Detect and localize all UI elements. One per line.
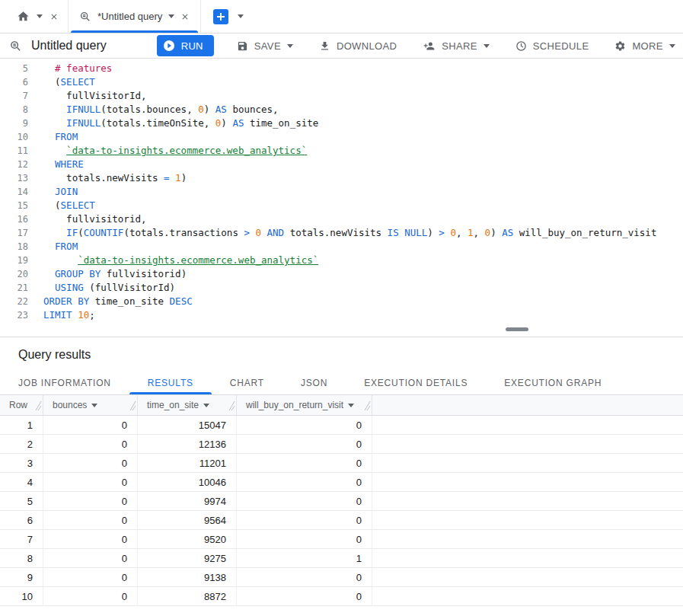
line-number: 21: [0, 281, 35, 295]
code-text: IFNULL(totals.timeOnSite, 0) AS time_on_…: [35, 116, 318, 130]
download-icon: [319, 40, 330, 52]
column-resize-handle[interactable]: [364, 401, 371, 411]
code-text: (SELECT: [35, 75, 95, 89]
line-number: 12: [0, 158, 35, 171]
table-reference-link[interactable]: `data-to-insights.ecommerce.web_analytic…: [66, 145, 307, 156]
line-number: 19: [0, 254, 35, 267]
close-icon[interactable]: [49, 12, 59, 21]
line-number: 6: [0, 75, 35, 89]
run-button[interactable]: RUN: [157, 35, 214, 56]
line-number: 14: [0, 185, 35, 199]
results-tab-execution-graph[interactable]: EXECUTION GRAPH: [486, 371, 620, 394]
sort-menu-icon[interactable]: [348, 404, 354, 407]
line-number: 9: [0, 116, 35, 130]
row-number-cell: 4: [0, 473, 43, 491]
results-tab-job-information[interactable]: JOB INFORMATION: [0, 371, 129, 394]
chevron-down-icon[interactable]: [238, 14, 244, 18]
table-row: 20121360: [0, 435, 683, 454]
line-number: 13: [0, 171, 35, 185]
code-text: `data-to-insights.ecommerce.web_analytic…: [35, 144, 307, 158]
query-toolbar: Untitled query RUN SAVE DOWNLOAD SHARE: [0, 34, 683, 59]
column-resize-handle[interactable]: [129, 401, 136, 411]
code-line: 8 IFNULL(totals.bounces, 0) AS bounces,: [0, 103, 683, 116]
table-row: 30112010: [0, 454, 683, 473]
value-cell: 0: [43, 454, 138, 472]
value-cell: 0: [43, 511, 138, 529]
panel-divider: [0, 322, 683, 337]
code-text: totals.newVisits = 1): [35, 171, 187, 185]
button-label: RUN: [181, 40, 203, 52]
results-tab-json[interactable]: JSON: [282, 371, 346, 394]
column-resize-handle[interactable]: [35, 401, 42, 411]
add-tab-button[interactable]: [213, 9, 228, 24]
tab-label: *Untitled query: [97, 11, 162, 22]
column-header-bounces[interactable]: bounces: [43, 395, 138, 415]
line-number: 15: [0, 199, 35, 212]
column-header-row[interactable]: Row: [0, 395, 43, 415]
value-cell: 11201: [138, 454, 237, 472]
row-number-cell: 2: [0, 435, 43, 453]
download-button[interactable]: DOWNLOAD: [316, 35, 400, 56]
code-line: 9 IFNULL(totals.timeOnSite, 0) AS time_o…: [0, 116, 683, 130]
results-tab-execution-details[interactable]: EXECUTION DETAILS: [346, 371, 486, 394]
table-row: 10088720: [0, 587, 683, 606]
results-tab-results[interactable]: RESULTS: [129, 371, 212, 394]
sort-menu-icon[interactable]: [91, 404, 97, 407]
home-tab[interactable]: [8, 0, 68, 33]
more-button[interactable]: MORE: [611, 35, 678, 56]
code-text: fullVisitorId,: [35, 89, 146, 103]
value-cell: 0: [43, 587, 138, 605]
code-text: `data-to-insights.ecommerce.web_analytic…: [35, 254, 318, 267]
column-header-time_on_site[interactable]: time_on_site: [138, 395, 237, 415]
sort-menu-icon[interactable]: [203, 404, 209, 407]
resize-handle[interactable]: [506, 327, 528, 331]
line-number: 22: [0, 295, 35, 308]
clock-icon: [515, 40, 527, 52]
chevron-down-icon[interactable]: [37, 14, 43, 18]
column-resize-handle[interactable]: [228, 401, 235, 411]
table-reference-link[interactable]: `data-to-insights.ecommerce.web_analytic…: [78, 254, 318, 266]
value-cell: 0: [43, 416, 138, 434]
line-number: 10: [0, 130, 35, 144]
value-cell: 0: [43, 473, 138, 491]
value-cell: 9564: [138, 511, 237, 529]
share-button[interactable]: SHARE: [420, 35, 493, 56]
person-add-icon: [423, 40, 436, 52]
value-cell: 0: [237, 473, 372, 491]
save-icon: [237, 40, 248, 52]
column-label: will_buy_on_return_visit: [246, 400, 343, 410]
home-icon: [17, 10, 30, 23]
table-row: 5099740: [0, 492, 683, 511]
code-line: 21 USING (fullVisitorId): [0, 281, 683, 295]
value-cell: 0: [237, 511, 372, 529]
results-tabs: JOB INFORMATIONRESULTSCHARTJSONEXECUTION…: [0, 371, 683, 395]
table-row: 6095640: [0, 511, 683, 530]
sql-editor[interactable]: 5 # features6 (SELECT7 fullVisitorId,8 I…: [0, 59, 683, 322]
results-tab-chart[interactable]: CHART: [212, 371, 282, 394]
value-cell: 15047: [138, 416, 237, 434]
table-row: 10150470: [0, 416, 683, 435]
value-cell: 0: [43, 435, 138, 453]
line-number: 17: [0, 226, 35, 240]
value-cell: 0: [43, 568, 138, 586]
column-header-will_buy_on_return_visit[interactable]: will_buy_on_return_visit: [237, 395, 372, 415]
code-line: 18 FROM: [0, 240, 683, 254]
code-text: # features: [35, 62, 112, 75]
tab-untitled-query[interactable]: *Untitled query: [68, 0, 201, 33]
value-cell: 12136: [138, 435, 237, 453]
schedule-button[interactable]: SCHEDULE: [512, 35, 592, 56]
code-line: 22ORDER BY time_on_site DESC: [0, 295, 683, 308]
line-number: 23: [0, 308, 35, 322]
code-line: 15 (SELECT: [0, 199, 683, 212]
value-cell: 0: [237, 492, 372, 510]
save-button[interactable]: SAVE: [234, 35, 296, 56]
value-cell: 0: [43, 549, 138, 567]
button-label: SAVE: [254, 40, 281, 52]
table-row: 40100460: [0, 473, 683, 492]
value-cell: 0: [237, 530, 372, 548]
close-icon[interactable]: [180, 12, 190, 21]
code-text: (SELECT: [35, 199, 95, 212]
code-text: USING (fullVisitorId): [35, 281, 175, 295]
chevron-down-icon[interactable]: [168, 14, 174, 18]
gear-icon: [614, 40, 626, 52]
